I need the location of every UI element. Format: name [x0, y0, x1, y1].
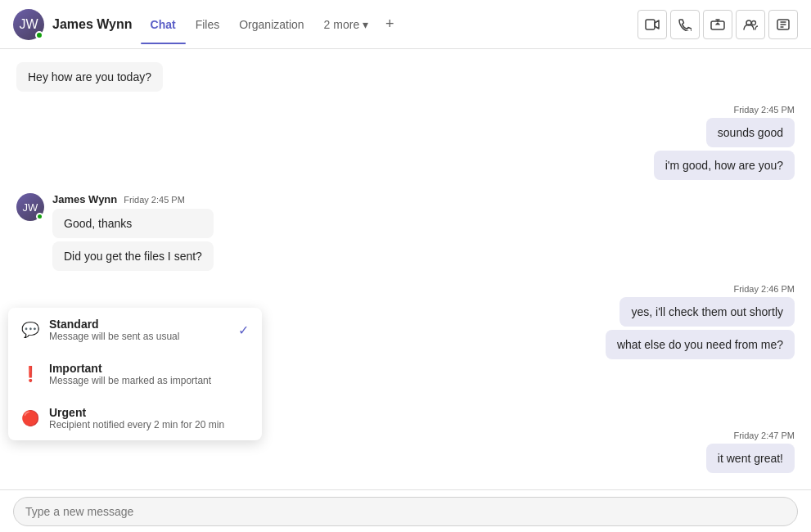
input-bar	[0, 489, 811, 532]
important-icon: ❗	[21, 365, 39, 383]
check-icon: ✓	[238, 322, 249, 338]
tab-organization[interactable]: Organization	[229, 11, 313, 38]
dropdown-text-standard: Standard Message will be sent as usual	[49, 318, 179, 342]
dropdown-item-important[interactable]: ❗ Important Message will be marked as im…	[8, 352, 262, 396]
dropdown-text-important: Important Message will be marked as impo…	[49, 362, 211, 386]
message-type-dropdown: 💬 Standard Message will be sent as usual…	[8, 308, 262, 440]
message-content: James Wynn Friday 2:45 PM Good, thanks D…	[52, 193, 214, 274]
urgent-title: Urgent	[49, 406, 224, 419]
header-actions	[638, 10, 798, 39]
message-row-james-1: JW James Wynn Friday 2:45 PM Good, thank…	[16, 193, 795, 274]
urgent-subtitle: Recipient notified every 2 min for 20 mi…	[49, 419, 224, 431]
standard-title: Standard	[49, 318, 179, 331]
status-dot	[36, 213, 43, 220]
message-input[interactable]	[13, 497, 798, 526]
standard-subtitle: Message will be sent as usual	[49, 331, 179, 342]
tab-more[interactable]: 2 more ▾	[314, 11, 379, 38]
message-bubble: sounds good	[706, 118, 795, 147]
important-subtitle: Message will be marked as important	[49, 375, 211, 386]
header: JW James Wynn Chat Files Organization 2 …	[0, 0, 811, 49]
svg-rect-0	[646, 20, 655, 29]
message-time: Friday 2:45 PM	[733, 105, 795, 115]
dropdown-item-urgent[interactable]: 🔴 Urgent Recipient notified every 2 min …	[8, 396, 262, 440]
message-bubble: what else do you need from me?	[606, 330, 795, 359]
sent-group-1: Friday 2:45 PM sounds good i'm good, how…	[16, 105, 795, 183]
dropdown-item-standard[interactable]: 💬 Standard Message will be sent as usual…	[8, 308, 262, 352]
user-avatar-container[interactable]: JW	[13, 9, 44, 40]
important-title: Important	[49, 362, 211, 375]
message-bubble: it went great!	[706, 444, 795, 473]
message-time: Friday 2:47 PM	[733, 431, 795, 440]
message-bubble: Good, thanks	[52, 209, 214, 238]
sender-name: James Wynn	[52, 193, 117, 205]
chevron-down-icon: ▾	[363, 18, 368, 31]
dropdown-text-urgent: Urgent Recipient notified every 2 min fo…	[49, 406, 224, 431]
audio-call-button[interactable]	[670, 10, 700, 39]
message-time: Friday 2:45 PM	[124, 195, 185, 205]
status-dot	[35, 31, 43, 39]
message-bubble: Did you get the files I sent?	[52, 241, 214, 271]
message-bubble: yes, i'll check them out shortly	[620, 297, 795, 327]
standard-icon: 💬	[21, 321, 39, 339]
more-button[interactable]	[768, 10, 798, 39]
video-call-button[interactable]	[638, 10, 667, 39]
message-bubble: i'm good, how are you?	[654, 151, 795, 180]
message-header: James Wynn Friday 2:45 PM	[52, 193, 214, 205]
urgent-icon: 🔴	[21, 409, 39, 427]
chat-area: Hey how are you today? Friday 2:45 PM so…	[0, 49, 811, 489]
svg-point-3	[752, 20, 756, 25]
people-button[interactable]	[736, 10, 765, 39]
message-bubble: Hey how are you today?	[16, 62, 163, 92]
tab-files[interactable]: Files	[186, 11, 230, 38]
header-user-name: James Wynn	[52, 17, 133, 32]
screen-share-button[interactable]	[703, 10, 732, 39]
message-group-1: Hey how are you today?	[16, 62, 795, 95]
sender-avatar: JW	[16, 193, 44, 221]
header-tabs: Chat Files Organization 2 more ▾ +	[141, 11, 638, 38]
add-tab-button[interactable]: +	[378, 13, 401, 36]
tab-chat[interactable]: Chat	[141, 11, 186, 38]
message-time: Friday 2:46 PM	[733, 284, 795, 294]
